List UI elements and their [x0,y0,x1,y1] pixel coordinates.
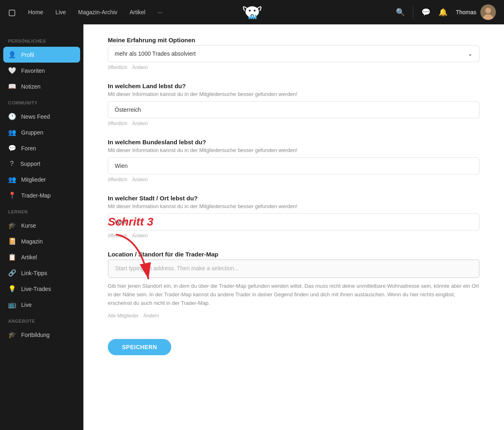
question-icon: ? [8,160,15,167]
sidebar-label-magazin: Magazin [21,238,43,245]
user-menu[interactable]: Thomas [456,4,496,20]
top-navigation: ▢ Home Live Magazin-Archiv Artikel ··· [0,0,504,24]
nav-more[interactable]: ··· [157,9,162,15]
state-section: In welchem Bundesland lebst du? Mit dies… [108,139,480,182]
experience-label: Meine Erfahrung mit Optionen [108,37,480,43]
chevron-down-icon: ⌄ [468,50,473,57]
svg-point-10 [485,8,491,13]
city-input[interactable]: Wien [108,213,480,230]
messages-icon[interactable]: 💬 [421,8,430,17]
nav-artikel[interactable]: Artikel [130,9,146,15]
sidebar-section-lernen: LERNEN [0,203,83,217]
location-label: Location / Standort für die Trader-Map [108,251,480,258]
location-visibility: Alle Mitglieder [108,313,138,319]
city-section: In welcher Stadt / Ort lebst du? Mit die… [108,195,480,239]
nav-magazin[interactable]: Magazin-Archiv [78,9,117,15]
country-sublabel: Mit dieser Information kannst du in der … [108,91,480,97]
sidebar-item-trader-map[interactable]: 📍 Trader-Map [0,187,83,203]
book-icon: 📖 [8,83,16,90]
sidebar-item-profil[interactable]: 👤 Profil [3,47,80,63]
user-icon: 👤 [8,51,16,59]
city-sublabel: Mit dieser Information kannst du in der … [108,203,480,209]
sidebar-label-notizen: Notizen [21,83,40,90]
nav-links: Home Live Magazin-Archiv Artikel ··· [28,9,396,15]
state-label: In welchem Bundesland lebst du? [108,139,480,146]
user-name: Thomas [456,9,476,15]
sidebar-label-mitglieder: Mitglieder [21,176,46,183]
country-section: In welchem Land lebst du? Mit dieser Inf… [108,83,480,126]
location-placeholder: Start typing an address. Then make a sel… [115,265,239,271]
map-pin-icon: 📍 [8,191,16,199]
search-icon[interactable]: 🔍 [396,8,405,17]
chat-icon: 💬 [8,144,16,152]
sidebar-label-trader-map: Trader-Map [21,192,51,199]
state-change[interactable]: Ändern [132,177,148,182]
state-meta: öffentlich Ändern [108,177,480,182]
country-meta: öffentlich Ändern [108,121,480,126]
experience-section: Meine Erfahrung mit Optionen mehr als 10… [108,37,480,70]
city-visibility: öffentlich [108,233,127,239]
sidebar-item-notizen[interactable]: 📖 Notizen [0,78,83,94]
graduation-icon: 🎓 [8,222,16,229]
nav-home[interactable]: Home [28,9,43,15]
sidebar-section-community: COMMUNITY [0,94,83,109]
article-icon: 📋 [8,253,16,261]
heart-icon: 🤍 [8,67,16,74]
svg-point-4 [253,9,255,11]
page-layout: PERSÖNLICHES 👤 Profil 🤍 Favoriten 📖 Noti… [0,24,504,430]
svg-rect-5 [249,16,250,19]
site-logo[interactable] [240,2,264,22]
location-input[interactable]: Start typing an address. Then make a sel… [108,259,480,278]
groups-icon: 👥 [8,128,16,136]
nav-right: 🔍 💬 🔔 Thomas [396,4,496,20]
nav-divider [413,7,413,18]
state-input[interactable]: Wien [108,157,480,174]
experience-visibility: öffentlich [108,65,127,70]
sidebar-section-angebote: ANGEBOTE [0,313,83,327]
save-button[interactable]: SPEICHERN [108,339,171,355]
country-visibility: öffentlich [108,121,127,126]
city-change[interactable]: Ändern [132,233,148,239]
nav-live[interactable]: Live [55,9,66,15]
location-description: Gib hier jenen Standort ein, in dem du ü… [108,282,480,307]
sidebar-item-gruppen[interactable]: 👥 Gruppen [0,124,83,140]
sidebar-item-support[interactable]: ? Support [0,156,83,172]
state-visibility: öffentlich [108,177,127,182]
sidebar-label-live-trades: Live-Trades [21,286,51,292]
sidebar-item-mitglieder[interactable]: 👥 Mitglieder [0,172,83,187]
location-section: Location / Standort für die Trader-Map S… [108,251,480,319]
svg-rect-6 [251,15,252,19]
sidebar-section-personal: PERSÖNLICHES [0,33,83,47]
main-content: Schritt 3 Meine Erfahrung mit Optionen m… [83,24,504,430]
experience-meta: öffentlich Ändern [108,65,480,70]
sidebar-item-foren[interactable]: 💬 Foren [0,140,83,156]
sidebar-label-foren: Foren [21,145,36,152]
city-meta: öffentlich Ändern [108,233,480,239]
sidebar-item-live[interactable]: 📺 Live [0,297,83,313]
clock-icon: 🕐 [8,113,16,120]
notifications-icon[interactable]: 🔔 [439,8,447,17]
sidebar-label-live: Live [21,302,32,308]
sidebar: PERSÖNLICHES 👤 Profil 🤍 Favoriten 📖 Noti… [0,24,83,430]
experience-select[interactable]: mehr als 1000 Trades absolviert ⌄ [108,45,480,62]
sidebar-label-artikel: Artikel [21,254,37,261]
sidebar-item-fortbildung[interactable]: 🎓 Fortbildung [0,327,83,343]
members-icon: 👥 [8,176,16,183]
sidebar-item-favoriten[interactable]: 🤍 Favoriten [0,63,83,78]
sidebar-item-artikel[interactable]: 📋 Artikel [0,249,83,265]
country-input[interactable]: Österreich [108,101,480,118]
location-change[interactable]: Ändern [143,313,159,319]
avatar [480,4,496,20]
svg-rect-7 [253,16,254,19]
experience-change[interactable]: Ändern [132,65,148,70]
country-change[interactable]: Ändern [132,121,148,126]
sidebar-item-magazin[interactable]: 📔 Magazin [0,233,83,249]
sidebar-toggle[interactable]: ▢ [8,7,16,17]
sidebar-item-live-trades[interactable]: 💡 Live-Trades [0,281,83,297]
sidebar-label-gruppen: Gruppen [21,129,43,136]
country-label: In welchem Land lebst du? [108,83,480,89]
sidebar-item-kurse[interactable]: 🎓 Kurse [0,217,83,233]
sidebar-item-link-tipps[interactable]: 🔗 Link-Tipps [0,265,83,281]
sidebar-item-news-feed[interactable]: 🕐 News Feed [0,109,83,124]
sidebar-label-link-tipps: Link-Tipps [21,270,47,276]
